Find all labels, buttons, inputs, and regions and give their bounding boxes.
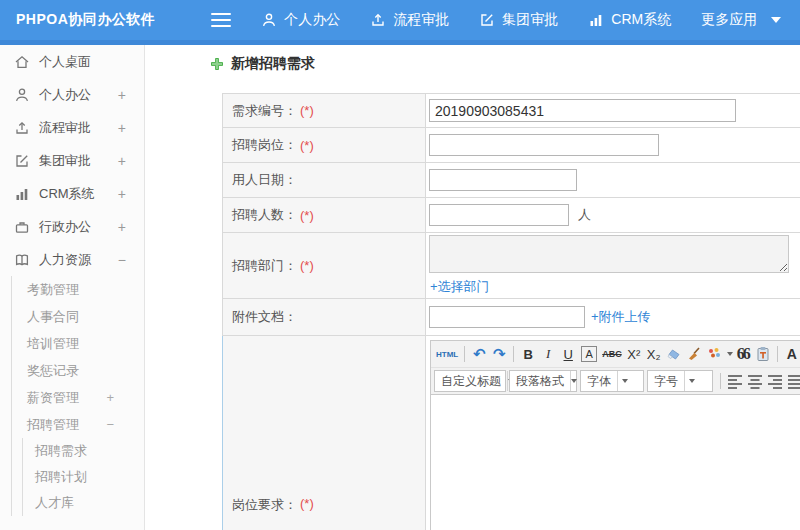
recruitment-form: 需求编号： (*) 招聘岗位： (*) 用人 (222, 93, 800, 530)
sidebar-subitem-training[interactable]: 培训管理 (12, 330, 144, 357)
brand-title: PHPOA协同办公软件 (16, 11, 155, 29)
main-content: 新增招聘需求 需求编号： (*) 招聘岗位： (*) (146, 45, 800, 530)
job-position-input[interactable] (429, 134, 659, 156)
field-label: 岗位要求： (232, 496, 297, 514)
rich-text-editor: HTML ↶ ↷ B I U A ABC X² X₂ (430, 340, 800, 530)
sidebar-item-admin-office[interactable]: 行政办公 + (0, 210, 144, 243)
subscript-button[interactable]: X₂ (644, 344, 664, 365)
paste-text-icon[interactable] (753, 344, 773, 365)
process-icon (14, 120, 30, 136)
expand-plus[interactable]: + (118, 87, 126, 103)
bold-button[interactable]: B (518, 344, 538, 365)
font-size-select[interactable]: 字号 (647, 370, 713, 392)
eraser-icon[interactable] (664, 344, 684, 365)
attachment-input[interactable] (429, 306, 585, 328)
form-row-attachment: 附件文档： +附件上传 (222, 299, 800, 336)
expand-plus[interactable]: + (106, 390, 114, 405)
expand-plus[interactable]: + (118, 153, 126, 169)
html-source-button[interactable]: HTML (434, 344, 460, 365)
request-number-input[interactable] (429, 99, 736, 122)
heading-select[interactable]: 自定义标题 (434, 370, 506, 392)
attachment-upload-link[interactable]: +附件上传 (591, 308, 651, 326)
sidebar-subitem-recruit-demand[interactable]: 招聘需求 (23, 438, 144, 464)
redo-button[interactable]: ↷ (489, 344, 509, 365)
headcount-input[interactable] (429, 204, 569, 226)
department-textarea[interactable] (429, 235, 789, 273)
bar-chart-icon (588, 12, 604, 28)
expand-plus[interactable]: + (118, 219, 126, 235)
briefcase-icon (14, 219, 30, 235)
align-justify-icon[interactable] (785, 371, 800, 392)
sidebar-item-crm-system[interactable]: CRM系统 + (0, 177, 144, 210)
sidebar-subitem-talent-pool[interactable]: 人才库 (23, 490, 144, 516)
book-icon (14, 252, 30, 268)
sidebar-item-human-resources[interactable]: 人力资源 − (0, 243, 144, 276)
sidebar-subitem-attendance[interactable]: 考勤管理 (12, 276, 144, 303)
app-window: PHPOA协同办公软件 个人办公 流程审批 (0, 0, 800, 530)
color-palette-icon[interactable] (704, 344, 724, 365)
nav-item-more-apps[interactable]: 更多应用 (701, 11, 781, 29)
sidebar-subitem-hr-contract[interactable]: 人事合同 (12, 303, 144, 330)
bar-chart-icon (14, 186, 30, 202)
caret-down-icon (771, 17, 781, 23)
required-mark: (*) (300, 138, 314, 153)
required-mark: (*) (300, 103, 314, 118)
caret-down-icon (684, 371, 699, 391)
form-row-job-requirements: 岗位要求： (*) HTML ↶ ↷ B I U (222, 336, 800, 530)
align-left-icon[interactable] (725, 371, 745, 392)
align-center-icon[interactable] (745, 371, 765, 392)
process-icon (370, 12, 386, 28)
strikethrough-button[interactable]: ABC (600, 344, 624, 365)
caret-down-icon (617, 371, 632, 391)
expand-plus[interactable]: + (118, 186, 126, 202)
form-row-department: 招聘部门： (*) +选择部门 (222, 233, 800, 299)
blockquote-button[interactable]: 66 (733, 344, 753, 365)
user-icon (261, 12, 277, 28)
top-navbar: PHPOA协同办公软件 个人办公 流程审批 (0, 0, 800, 45)
editor-content-area[interactable] (431, 395, 800, 530)
sidebar-item-personal-office[interactable]: 个人办公 + (0, 78, 144, 111)
format-brush-icon[interactable] (684, 344, 704, 365)
required-mark: (*) (300, 496, 314, 511)
headcount-unit: 人 (578, 206, 591, 224)
align-right-icon[interactable] (765, 371, 785, 392)
expand-plus[interactable]: + (118, 120, 126, 136)
add-plus-icon (210, 57, 224, 71)
sidebar-item-group-approval[interactable]: 集团审批 + (0, 144, 144, 177)
sidebar-subitem-rewards[interactable]: 奖惩记录 (12, 357, 144, 384)
select-department-link[interactable]: +选择部门 (430, 278, 490, 296)
sidebar-subitem-salary[interactable]: 薪资管理 + (12, 384, 144, 411)
sidebar-item-workflow-approval[interactable]: 流程审批 + (0, 111, 144, 144)
nav-item-crm-system[interactable]: CRM系统 (588, 11, 671, 29)
nav-item-personal-office[interactable]: 个人办公 (261, 11, 340, 29)
page-title-text: 新增招聘需求 (231, 55, 315, 73)
hamburger-menu-icon[interactable] (211, 9, 231, 31)
sidebar-subitem-recruit-plan[interactable]: 招聘计划 (23, 464, 144, 490)
sidebar-subitem-recruitment[interactable]: 招聘管理 − (12, 411, 144, 438)
form-row-job-position: 招聘岗位： (*) (222, 128, 800, 163)
font-family-select[interactable]: 字体 (580, 370, 644, 392)
paragraph-format-select[interactable]: 段落格式 (509, 370, 577, 392)
form-row-headcount: 招聘人数： (*) 人 (222, 198, 800, 233)
superscript-button[interactable]: X² (624, 344, 644, 365)
nav-item-group-approval[interactable]: 集团审批 (479, 11, 558, 29)
editor-toolbar-row2: 自定义标题 段落格式 字体 (431, 368, 800, 395)
sidebar-item-personal-desktop[interactable]: 个人桌面 (0, 45, 144, 78)
required-mark: (*) (300, 208, 314, 223)
field-label: 附件文档： (232, 308, 297, 326)
page-title: 新增招聘需求 (210, 55, 315, 73)
font-color-button[interactable]: A (782, 344, 800, 365)
edit-icon (479, 12, 495, 28)
nav-item-workflow-approval[interactable]: 流程审批 (370, 11, 449, 29)
field-label: 招聘部门： (232, 257, 297, 275)
field-label: 用人日期： (232, 171, 297, 189)
field-label: 招聘岗位： (232, 136, 297, 154)
expand-minus[interactable]: − (106, 417, 114, 432)
italic-button[interactable]: I (538, 344, 558, 365)
undo-button[interactable]: ↶ (469, 344, 489, 365)
underline-button[interactable]: U (558, 344, 578, 365)
font-style-button[interactable]: A (581, 346, 597, 362)
hire-date-input[interactable] (429, 169, 577, 191)
expand-minus[interactable]: − (118, 252, 126, 268)
required-mark: (*) (300, 258, 314, 273)
